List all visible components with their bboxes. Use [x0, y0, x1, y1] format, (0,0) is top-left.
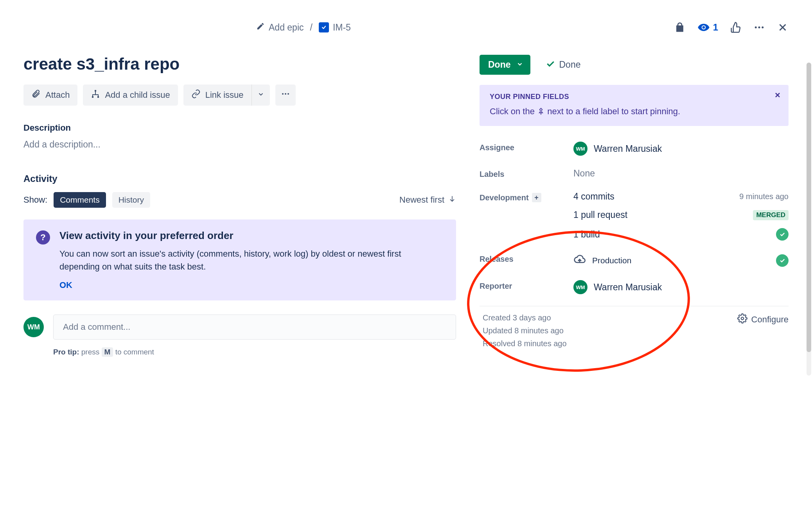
add-child-label: Add a child issue	[105, 90, 170, 100]
attach-icon	[31, 89, 41, 101]
dev-commits-time: 9 minutes ago	[739, 192, 789, 201]
resolution-label: Done	[559, 59, 581, 70]
reporter-field[interactable]: Reporter WM Warren Marusiak	[480, 274, 789, 300]
topbar: Add epic / IM-5 1	[23, 16, 789, 39]
close-icon[interactable]	[777, 22, 789, 33]
labels-value: None	[573, 168, 789, 179]
watchers-count: 1	[713, 22, 718, 33]
scrollbar-track[interactable]	[807, 63, 811, 376]
chevron-down-icon	[257, 90, 264, 100]
tab-comments[interactable]: Comments	[54, 192, 106, 208]
comment-input[interactable]: Add a comment...	[53, 315, 456, 340]
add-child-button[interactable]: Add a child issue	[83, 85, 178, 106]
question-icon: ?	[36, 230, 50, 245]
tab-history[interactable]: History	[112, 192, 150, 208]
more-icon[interactable]	[753, 22, 765, 33]
watchers-button[interactable]: 1	[697, 21, 718, 34]
svg-rect-3	[95, 90, 96, 92]
reporter-avatar: WM	[573, 280, 587, 294]
development-add-button[interactable]: +	[532, 193, 541, 202]
svg-rect-4	[92, 96, 93, 98]
activity-label: Activity	[23, 173, 456, 184]
dev-builds[interactable]: 1 build	[573, 228, 789, 241]
reporter-name: Warren Marusiak	[594, 282, 662, 293]
breadcrumb: Add epic / IM-5	[256, 22, 351, 33]
dev-prs-label: 1 pull request	[573, 210, 627, 220]
attach-label: Attach	[45, 90, 70, 100]
activity-sort-button[interactable]: Newest first	[399, 195, 456, 205]
assignee-field[interactable]: Assignee WM Warren Marusiak	[480, 135, 789, 162]
status-dropdown[interactable]: Done	[480, 55, 530, 75]
reporter-label: Reporter	[480, 280, 573, 294]
pro-tip-label: Pro tip:	[53, 348, 79, 356]
banner-body: You can now sort an issue's activity (co…	[59, 247, 444, 273]
eye-icon	[697, 21, 710, 34]
svg-point-6	[282, 93, 284, 95]
labels-label: Labels	[480, 168, 573, 179]
scrollbar-thumb[interactable]	[807, 63, 811, 352]
pencil-icon	[256, 22, 265, 33]
pro-tip-press: press	[81, 348, 99, 356]
gear-icon	[737, 313, 747, 326]
svg-point-9	[741, 317, 744, 320]
description-field[interactable]: Add a description...	[23, 139, 456, 150]
hierarchy-icon	[91, 89, 100, 101]
thumbs-up-icon[interactable]	[730, 22, 742, 33]
description-label: Description	[23, 123, 456, 133]
svg-point-1	[758, 27, 760, 29]
svg-rect-5	[97, 96, 99, 98]
pinned-close-button[interactable]	[774, 91, 781, 101]
assignee-label: Assignee	[480, 142, 573, 156]
cloud-upload-icon	[573, 253, 586, 268]
add-epic-label: Add epic	[269, 22, 304, 33]
issue-key: IM-5	[333, 22, 351, 33]
pin-icon	[537, 106, 547, 116]
svg-point-0	[755, 27, 757, 29]
build-success-icon	[776, 228, 789, 241]
pro-tip: Pro tip: press M to comment	[53, 347, 456, 357]
meta-resolved: Resolved 8 minutes ago	[483, 339, 567, 348]
pro-tip-key: M	[102, 347, 113, 357]
svg-point-2	[762, 27, 763, 29]
pinned-hint: Click on the next to a field label to st…	[490, 106, 778, 117]
action-row: Attach Add a child issue Link issue	[23, 85, 456, 106]
banner-ok-button[interactable]: OK	[59, 280, 72, 290]
link-issue-button[interactable]: Link issue	[183, 85, 252, 106]
merged-lozenge: MERGED	[753, 210, 789, 220]
issue-title[interactable]: create s3_infra repo	[23, 55, 456, 74]
issue-key-link[interactable]: IM-5	[319, 22, 351, 33]
activity-order-banner: ? View activity in your preferred order …	[23, 219, 456, 300]
assignee-avatar: WM	[573, 142, 587, 156]
dev-prs[interactable]: 1 pull request MERGED	[573, 210, 789, 220]
releases-field[interactable]: Releases Production	[480, 247, 789, 274]
more-actions-button[interactable]	[275, 85, 296, 106]
add-epic-link[interactable]: Add epic	[256, 22, 304, 33]
link-issue-dropdown[interactable]	[252, 85, 270, 106]
release-success-icon	[776, 254, 789, 267]
arrow-down-icon	[448, 195, 456, 205]
attach-button[interactable]: Attach	[23, 85, 77, 106]
breadcrumb-separator: /	[310, 22, 313, 33]
link-icon	[191, 89, 201, 101]
issue-type-icon	[319, 22, 329, 32]
pinned-fields-panel: YOUR PINNED FIELDS Click on the next to …	[480, 85, 789, 126]
releases-label: Releases	[480, 253, 573, 268]
link-issue-label: Link issue	[205, 90, 244, 100]
topbar-actions: 1	[674, 21, 789, 34]
release-name: Production	[592, 256, 631, 265]
configure-button[interactable]: Configure	[737, 313, 789, 326]
configure-label: Configure	[751, 315, 789, 325]
meta-updated: Updated 8 minutes ago	[483, 326, 567, 335]
lock-icon[interactable]	[674, 22, 686, 33]
current-user-avatar: WM	[23, 317, 44, 337]
meta-created: Created 3 days ago	[483, 313, 567, 322]
svg-point-7	[285, 93, 286, 95]
sort-label: Newest first	[399, 195, 444, 205]
labels-field[interactable]: Labels None	[480, 162, 789, 185]
development-field: Development + 4 commits 9 minutes ago 1 …	[480, 185, 789, 247]
check-icon	[545, 59, 555, 71]
divider	[480, 306, 789, 306]
meta-timestamps: Created 3 days ago Updated 8 minutes ago…	[480, 313, 567, 348]
status-label: Done	[488, 59, 511, 70]
dev-commits[interactable]: 4 commits 9 minutes ago	[573, 191, 789, 202]
